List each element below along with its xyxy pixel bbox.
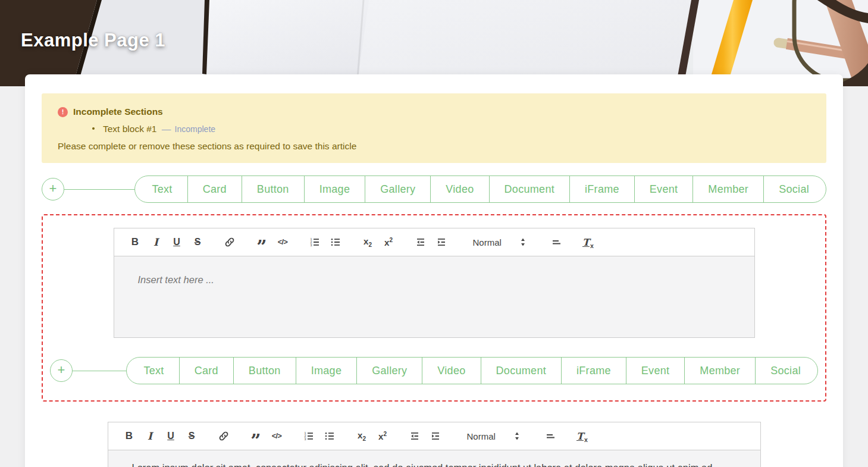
section-type-button-button[interactable]: Button xyxy=(233,358,296,384)
indent-button[interactable] xyxy=(427,428,444,444)
align-select[interactable] xyxy=(541,428,559,444)
subscript-icon: x2 xyxy=(364,236,372,248)
article-editor-card: ! Incomplete Sections Text block #1 — In… xyxy=(25,74,843,467)
clean-format-button[interactable]: Tx xyxy=(574,428,591,444)
outdent-button[interactable] xyxy=(406,428,424,444)
blockquote-button[interactable]: ” xyxy=(253,234,271,250)
section-type-button-member[interactable]: Member xyxy=(692,176,763,202)
section-type-button-image[interactable]: Image xyxy=(304,176,365,202)
section-type-button-image[interactable]: Image xyxy=(296,358,357,384)
section-type-button-text[interactable]: Text xyxy=(135,176,187,202)
section-type-button-text[interactable]: Text xyxy=(127,358,178,384)
indent-button[interactable] xyxy=(433,234,450,250)
indent-group xyxy=(411,234,452,250)
strike-button[interactable]: S xyxy=(189,234,206,250)
section-type-button-card[interactable]: Card xyxy=(187,176,242,202)
add-section-row-top: + TextCardButtonImageGalleryVideoDocumen… xyxy=(42,175,826,203)
align-group xyxy=(546,234,566,250)
header-group: Normal xyxy=(457,428,528,444)
italic-button[interactable]: I xyxy=(148,234,165,250)
block-group: ”</> xyxy=(252,234,293,250)
section-type-button-social[interactable]: Social xyxy=(755,358,817,384)
section-type-button-document[interactable]: Document xyxy=(481,358,561,384)
ordered-list-button[interactable]: 123 xyxy=(300,428,318,444)
superscript-button[interactable]: x2 xyxy=(374,428,391,444)
section-type-button-event[interactable]: Event xyxy=(626,358,685,384)
bold-button[interactable]: B xyxy=(121,428,138,444)
text-block-editor-2: BIUS”</>123x2x2NormalTx Lorem ipsum dolo… xyxy=(108,422,761,467)
strike-button[interactable]: S xyxy=(183,428,200,444)
svg-text:3: 3 xyxy=(310,243,312,247)
header-format-value: Normal xyxy=(473,237,502,247)
section-type-button-event[interactable]: Event xyxy=(634,176,693,202)
incomplete-item-status: Incomplete xyxy=(175,124,215,134)
bullet-list-icon xyxy=(324,431,335,441)
editor-toolbar: BIUS”</>123x2x2NormalTx xyxy=(114,228,755,256)
underline-button[interactable]: U xyxy=(168,234,186,250)
notebook-right-page xyxy=(357,0,693,86)
header-format-select[interactable]: Normal xyxy=(473,234,528,250)
chevron-up-down-icon xyxy=(512,431,522,441)
header-group: Normal xyxy=(463,234,534,250)
underline-icon: U xyxy=(167,431,174,441)
italic-button[interactable]: I xyxy=(142,428,159,444)
section-type-button-video[interactable]: Video xyxy=(430,176,488,202)
bullet-list-button[interactable] xyxy=(321,428,339,444)
subscript-button[interactable]: x2 xyxy=(353,428,371,444)
align-select[interactable] xyxy=(547,234,565,250)
connector-line xyxy=(64,189,134,190)
subscript-button[interactable]: x2 xyxy=(359,234,377,250)
indent-icon xyxy=(430,431,441,441)
outdent-icon xyxy=(415,237,426,247)
bullet-list-button[interactable] xyxy=(327,234,344,250)
code-block-icon: </> xyxy=(272,432,282,440)
blockquote-button[interactable]: ” xyxy=(247,428,265,444)
incomplete-item-separator: — xyxy=(162,124,171,134)
outdent-icon xyxy=(409,431,420,441)
section-type-button-gallery[interactable]: Gallery xyxy=(356,358,422,384)
warning-icon: ! xyxy=(58,107,68,117)
section-type-button-video[interactable]: Video xyxy=(422,358,480,384)
editor-content-area[interactable]: Lorem ipsum dolor sit amet, consectetur … xyxy=(108,450,761,467)
link-button[interactable] xyxy=(215,428,233,444)
ordered-list-button[interactable]: 123 xyxy=(306,234,324,250)
code-block-button[interactable]: </> xyxy=(268,428,286,444)
editor-toolbar: BIUS”</>123x2x2NormalTx xyxy=(108,422,761,450)
page-title: Example Page 1 xyxy=(21,30,165,51)
clean-format-button[interactable]: Tx xyxy=(579,234,597,250)
section-type-button-button[interactable]: Button xyxy=(242,176,304,202)
svg-text:3: 3 xyxy=(304,437,306,441)
strike-icon: S xyxy=(189,431,195,441)
link-button[interactable] xyxy=(221,234,239,250)
block-group: ”</> xyxy=(246,428,287,444)
add-section-plus-button[interactable]: + xyxy=(42,178,64,200)
outdent-button[interactable] xyxy=(412,234,430,250)
indent-icon xyxy=(436,237,447,247)
header-format-select[interactable]: Normal xyxy=(467,428,522,444)
underline-button[interactable]: U xyxy=(162,428,180,444)
superscript-icon: x2 xyxy=(384,237,393,247)
link-group xyxy=(220,234,240,250)
code-block-icon: </> xyxy=(278,238,288,246)
format-group: BIUS xyxy=(119,428,202,444)
bold-button[interactable]: B xyxy=(127,234,144,250)
align-icon xyxy=(550,237,561,247)
incomplete-item: Text block #1 — Incomplete xyxy=(73,123,812,136)
section-type-button-iframe[interactable]: iFrame xyxy=(561,358,626,384)
add-section-plus-button[interactable]: + xyxy=(50,359,73,382)
section-type-button-member[interactable]: Member xyxy=(684,358,755,384)
align-icon xyxy=(544,431,555,441)
section-type-button-card[interactable]: Card xyxy=(179,358,233,384)
section-type-button-iframe[interactable]: iFrame xyxy=(569,176,634,202)
code-block-button[interactable]: </> xyxy=(274,234,292,250)
list-group: 123 xyxy=(299,428,340,444)
editor-content-area[interactable]: Insert text here ... xyxy=(114,256,755,338)
text-block-editor-1: BIUS”</>123x2x2NormalTx Insert text here… xyxy=(114,228,755,338)
ordered-list-icon: 123 xyxy=(303,431,314,441)
clean-group: Tx xyxy=(578,234,598,250)
superscript-button[interactable]: x2 xyxy=(380,234,397,250)
section-type-button-document[interactable]: Document xyxy=(489,176,569,202)
section-type-button-gallery[interactable]: Gallery xyxy=(365,176,430,202)
align-group xyxy=(540,428,560,444)
section-type-button-social[interactable]: Social xyxy=(763,176,826,202)
